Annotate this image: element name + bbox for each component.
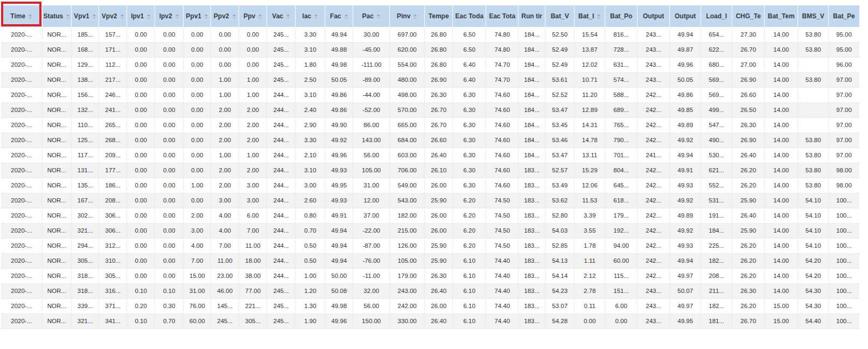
cell-pac: 56.00: [353, 298, 390, 313]
cell-ppv1: 0.00: [184, 117, 211, 132]
cell-output_1: 243...: [638, 57, 670, 72]
cell-pinv: 620.00: [390, 42, 425, 57]
column-header-bat_temp[interactable]: Bat_Tem: [765, 5, 798, 27]
table-row: 2020-...NOR...294...312...0.000.004.007.…: [1, 238, 859, 253]
column-header-ipv1[interactable]: Ipv1: [127, 5, 155, 27]
cell-output_2: 49.92: [670, 193, 701, 208]
cell-output_1: 243...: [638, 27, 670, 42]
cell-load_i: 211...: [701, 283, 732, 298]
cell-bat_power: 645...: [605, 178, 638, 193]
column-header-time[interactable]: Time: [1, 5, 42, 27]
cell-ppv2: 1.00: [211, 148, 239, 163]
column-label: Ppv1: [186, 12, 201, 20]
column-label: Pinv: [397, 12, 410, 20]
column-header-iac[interactable]: Iac: [296, 5, 325, 27]
cell-ipv2: 0.00: [155, 178, 184, 193]
cell-ipv1: 0.00: [127, 193, 155, 208]
column-header-bat_v[interactable]: Bat_V: [545, 5, 575, 27]
sort-icon: [376, 14, 381, 19]
cell-bat_power: 60.00: [605, 253, 638, 268]
column-header-bat_i[interactable]: Bat_I: [575, 5, 605, 27]
cell-vpv2: 316...: [99, 283, 127, 298]
cell-bat_percent: 98.00: [829, 163, 859, 178]
column-header-vpv2[interactable]: Vpv2: [99, 5, 127, 27]
cell-status: NOR...: [42, 268, 72, 283]
cell-ipv2: 0.70: [155, 313, 184, 329]
cell-ipv1: 0.10: [127, 283, 155, 298]
column-header-eac_today[interactable]: Eac Toda: [453, 5, 486, 27]
column-header-status[interactable]: Status: [42, 5, 72, 27]
cell-chg_temp: 26.70: [732, 313, 765, 329]
sort-icon: [66, 14, 70, 19]
column-header-chg_temp[interactable]: CHG_Te: [732, 5, 765, 27]
column-header-fac[interactable]: Fac: [325, 5, 353, 27]
sort-icon: [28, 14, 32, 19]
cell-bms_v: 54.30: [798, 283, 829, 298]
cell-fac: 49.92: [325, 132, 353, 148]
cell-eac_total: 74.60: [486, 178, 519, 193]
sort-icon: [413, 14, 417, 19]
cell-bat_i: 3.39: [575, 208, 605, 223]
column-header-eac_total[interactable]: Eac Tota: [486, 5, 519, 27]
cell-chg_temp: 26.40: [732, 208, 765, 223]
cell-ppv2: 2.00: [211, 117, 239, 132]
cell-eac_total: 74.50: [486, 223, 519, 238]
cell-bms_v: 54.10: [798, 238, 829, 253]
cell-ppv: 2.00: [239, 117, 267, 132]
column-header-load_i[interactable]: Load_I: [701, 5, 732, 27]
cell-time: 2020-...: [1, 178, 42, 193]
cell-bat_temp: 14.00: [765, 163, 798, 178]
column-header-ppv[interactable]: Ppv: [239, 5, 267, 27]
cell-ipv2: 0.10: [155, 283, 184, 298]
cell-bat_power: 816...: [605, 27, 638, 42]
column-header-ppv1[interactable]: Ppv1: [184, 5, 211, 27]
column-header-temperature[interactable]: Tempe: [425, 5, 453, 27]
cell-bat_temp: 14.00: [765, 193, 798, 208]
column-header-pinv[interactable]: Pinv: [390, 5, 425, 27]
cell-bat_i: 13.87: [575, 42, 605, 57]
cell-eac_today: 6.50: [453, 42, 486, 57]
cell-chg_temp: 26.20: [732, 253, 765, 268]
column-header-ipv2[interactable]: Ipv2: [155, 5, 184, 27]
cell-status: NOR...: [42, 148, 72, 163]
cell-ppv: 6.00: [239, 208, 267, 223]
cell-time: 2020-...: [1, 193, 42, 208]
cell-bat_v: 53.47: [545, 102, 575, 117]
column-header-vpv1[interactable]: Vpv1: [72, 5, 99, 27]
cell-eac_total: 74.60: [486, 87, 519, 102]
cell-time: 2020-...: [1, 298, 42, 313]
column-header-bat_percent[interactable]: Bat_Pe: [829, 5, 859, 27]
cell-ppv2: 4.00: [211, 223, 239, 238]
cell-run_time: 183...: [519, 283, 545, 298]
cell-vac: 245...: [267, 27, 296, 42]
column-label: Bat_V: [551, 12, 569, 20]
cell-vpv1: 156...: [72, 87, 99, 102]
cell-vpv1: 305...: [72, 253, 99, 268]
cell-status: NOR...: [42, 253, 72, 268]
cell-eac_total: 74.40: [486, 313, 519, 329]
cell-load_i: 654...: [701, 27, 732, 42]
column-header-bms_v[interactable]: BMS_V: [798, 5, 829, 27]
column-header-pac[interactable]: Pac: [353, 5, 390, 27]
cell-vpv2: 241...: [99, 102, 127, 117]
cell-temperature: 25.90: [425, 253, 453, 268]
cell-output_2: 49.85: [670, 102, 701, 117]
cell-bat_v: 54.13: [545, 253, 575, 268]
cell-bat_percent: 97.00: [829, 102, 859, 117]
column-header-run_time[interactable]: Run tir: [519, 5, 545, 27]
column-header-ppv2[interactable]: Ppv2: [211, 5, 239, 27]
header-row: TimeStatusVpv1Vpv2Ipv1Ipv2Ppv1Ppv2PpvVac…: [1, 5, 859, 27]
cell-pac: 56.00: [353, 148, 390, 163]
cell-ipv1: 0.00: [127, 223, 155, 238]
cell-ppv: 1.00: [239, 72, 267, 87]
cell-load_i: 184...: [701, 223, 732, 238]
cell-bat_temp: 14.00: [765, 72, 798, 87]
column-header-bat_power[interactable]: Bat_Po: [605, 5, 638, 27]
cell-eac_total: 74.40: [486, 298, 519, 313]
cell-output_2: 49.95: [670, 313, 701, 329]
column-header-vac[interactable]: Vac: [267, 5, 296, 27]
column-header-output_2[interactable]: Output: [670, 5, 701, 27]
cell-ppv2: 245...: [211, 313, 239, 329]
column-header-output_1[interactable]: Output: [638, 5, 670, 27]
cell-bat_temp: 14.00: [765, 57, 798, 72]
